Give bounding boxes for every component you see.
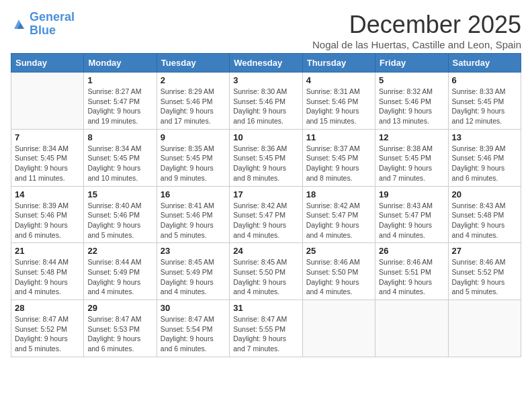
day-info: Sunrise: 8:41 AMSunset: 5:46 PMDaylight:… [161,201,226,240]
calendar-cell: 18Sunrise: 8:42 AMSunset: 5:47 PMDayligh… [302,186,375,243]
calendar-cell: 29Sunrise: 8:47 AMSunset: 5:53 PMDayligh… [84,300,157,357]
logo-icon [11,17,27,31]
calendar-cell: 13Sunrise: 8:39 AMSunset: 5:46 PMDayligh… [448,129,521,186]
calendar-week-row: 28Sunrise: 8:47 AMSunset: 5:52 PMDayligh… [11,300,521,357]
day-info: Sunrise: 8:47 AMSunset: 5:54 PMDaylight:… [161,314,226,354]
day-info: Sunrise: 8:31 AMSunset: 5:46 PMDaylight:… [306,87,371,126]
title-block: December 2025 Nogal de las Huertas, Cast… [312,11,521,50]
day-info: Sunrise: 8:34 AMSunset: 5:45 PMDaylight:… [87,144,152,183]
day-number: 26 [379,246,444,256]
day-info: Sunrise: 8:39 AMSunset: 5:46 PMDaylight:… [15,201,80,240]
day-number: 15 [87,189,152,199]
calendar-cell: 31Sunrise: 8:47 AMSunset: 5:55 PMDayligh… [230,300,302,357]
calendar-cell: 6Sunrise: 8:33 AMSunset: 5:45 PMDaylight… [448,73,521,130]
weekday-header: Thursday [302,54,375,73]
calendar-cell [302,300,375,357]
calendar-week-row: 21Sunrise: 8:44 AMSunset: 5:48 PMDayligh… [11,243,521,300]
day-number: 7 [15,132,80,142]
calendar-cell: 19Sunrise: 8:43 AMSunset: 5:47 PMDayligh… [375,186,448,243]
calendar-cell: 9Sunrise: 8:35 AMSunset: 5:45 PMDaylight… [157,129,229,186]
month-title: December 2025 [312,11,521,39]
calendar-cell: 3Sunrise: 8:30 AMSunset: 5:46 PMDaylight… [230,73,302,130]
location-subtitle: Nogal de las Huertas, Castille and Leon,… [312,39,521,50]
day-number: 27 [452,246,517,256]
day-info: Sunrise: 8:35 AMSunset: 5:45 PMDaylight:… [161,144,226,183]
calendar-cell: 28Sunrise: 8:47 AMSunset: 5:52 PMDayligh… [11,300,84,357]
day-info: Sunrise: 8:45 AMSunset: 5:50 PMDaylight:… [233,257,298,297]
calendar-cell: 17Sunrise: 8:42 AMSunset: 5:47 PMDayligh… [230,186,302,243]
day-number: 31 [233,303,298,313]
calendar-cell: 4Sunrise: 8:31 AMSunset: 5:46 PMDaylight… [302,73,375,130]
day-info: Sunrise: 8:36 AMSunset: 5:45 PMDaylight:… [233,144,298,183]
calendar-cell: 24Sunrise: 8:45 AMSunset: 5:50 PMDayligh… [230,243,302,300]
day-number: 11 [306,132,371,142]
calendar-cell: 30Sunrise: 8:47 AMSunset: 5:54 PMDayligh… [157,300,229,357]
day-number: 6 [452,75,517,85]
day-number: 24 [233,246,298,256]
calendar-cell [375,300,448,357]
day-number: 23 [161,246,226,256]
day-info: Sunrise: 8:29 AMSunset: 5:46 PMDaylight:… [161,87,226,126]
weekday-header: Wednesday [230,54,302,73]
page-header: General Blue December 2025 Nogal de las … [11,11,521,50]
day-info: Sunrise: 8:42 AMSunset: 5:47 PMDaylight:… [306,201,371,240]
weekday-header: Sunday [11,54,84,73]
day-info: Sunrise: 8:47 AMSunset: 5:55 PMDaylight:… [233,314,298,354]
calendar-cell: 23Sunrise: 8:45 AMSunset: 5:49 PMDayligh… [157,243,229,300]
day-number: 2 [161,75,226,85]
calendar-cell [11,73,84,130]
calendar-cell: 12Sunrise: 8:38 AMSunset: 5:45 PMDayligh… [375,129,448,186]
weekday-header: Friday [375,54,448,73]
calendar-cell: 11Sunrise: 8:37 AMSunset: 5:45 PMDayligh… [302,129,375,186]
day-info: Sunrise: 8:37 AMSunset: 5:45 PMDaylight:… [306,144,371,183]
day-number: 16 [161,189,226,199]
day-info: Sunrise: 8:47 AMSunset: 5:53 PMDaylight:… [87,314,152,354]
day-info: Sunrise: 8:44 AMSunset: 5:49 PMDaylight:… [87,257,152,297]
day-number: 3 [233,75,298,85]
logo-text: General Blue [30,11,75,38]
day-number: 5 [379,75,444,85]
day-info: Sunrise: 8:27 AMSunset: 5:47 PMDaylight:… [87,87,152,126]
day-number: 12 [379,132,444,142]
day-info: Sunrise: 8:33 AMSunset: 5:45 PMDaylight:… [452,87,517,126]
weekday-header: Saturday [448,54,521,73]
day-info: Sunrise: 8:43 AMSunset: 5:48 PMDaylight:… [452,201,517,240]
day-info: Sunrise: 8:32 AMSunset: 5:46 PMDaylight:… [379,87,444,126]
logo: General Blue [11,11,75,38]
calendar-cell: 5Sunrise: 8:32 AMSunset: 5:46 PMDaylight… [375,73,448,130]
calendar-week-row: 1Sunrise: 8:27 AMSunset: 5:47 PMDaylight… [11,73,521,130]
day-info: Sunrise: 8:38 AMSunset: 5:45 PMDaylight:… [379,144,444,183]
calendar-cell: 2Sunrise: 8:29 AMSunset: 5:46 PMDaylight… [157,73,229,130]
day-info: Sunrise: 8:46 AMSunset: 5:50 PMDaylight:… [306,257,371,297]
day-number: 9 [161,132,226,142]
calendar-cell [448,300,521,357]
day-info: Sunrise: 8:44 AMSunset: 5:48 PMDaylight:… [15,257,80,297]
calendar-cell: 1Sunrise: 8:27 AMSunset: 5:47 PMDaylight… [84,73,157,130]
calendar-cell: 22Sunrise: 8:44 AMSunset: 5:49 PMDayligh… [84,243,157,300]
day-info: Sunrise: 8:46 AMSunset: 5:52 PMDaylight:… [452,257,517,297]
day-number: 17 [233,189,298,199]
day-info: Sunrise: 8:39 AMSunset: 5:46 PMDaylight:… [452,144,517,183]
day-number: 20 [452,189,517,199]
calendar-cell: 25Sunrise: 8:46 AMSunset: 5:50 PMDayligh… [302,243,375,300]
day-number: 21 [15,246,80,256]
day-number: 18 [306,189,371,199]
day-number: 10 [233,132,298,142]
day-info: Sunrise: 8:46 AMSunset: 5:51 PMDaylight:… [379,257,444,297]
day-number: 22 [87,246,152,256]
day-number: 25 [306,246,371,256]
calendar-cell: 8Sunrise: 8:34 AMSunset: 5:45 PMDaylight… [84,129,157,186]
calendar-cell: 10Sunrise: 8:36 AMSunset: 5:45 PMDayligh… [230,129,302,186]
day-number: 14 [15,189,80,199]
day-info: Sunrise: 8:45 AMSunset: 5:49 PMDaylight:… [161,257,226,297]
calendar-cell: 14Sunrise: 8:39 AMSunset: 5:46 PMDayligh… [11,186,84,243]
day-number: 19 [379,189,444,199]
day-number: 28 [15,303,80,313]
calendar-header-row: SundayMondayTuesdayWednesdayThursdayFrid… [11,54,521,73]
day-info: Sunrise: 8:42 AMSunset: 5:47 PMDaylight:… [233,201,298,240]
calendar-cell: 7Sunrise: 8:34 AMSunset: 5:45 PMDaylight… [11,129,84,186]
day-number: 13 [452,132,517,142]
calendar-cell: 26Sunrise: 8:46 AMSunset: 5:51 PMDayligh… [375,243,448,300]
day-number: 4 [306,75,371,85]
day-info: Sunrise: 8:40 AMSunset: 5:46 PMDaylight:… [87,201,152,240]
